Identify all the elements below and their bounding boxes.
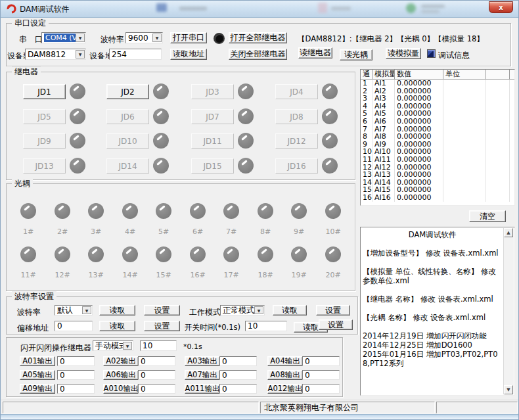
relay-button-jd4[interactable]: JD4 xyxy=(275,84,318,99)
relay-button-jd10[interactable]: JD10 xyxy=(106,133,149,149)
table-cell xyxy=(443,133,486,141)
ao-value-input[interactable]: 0 xyxy=(302,370,340,380)
ao-value-input[interactable]: 0 xyxy=(302,384,340,394)
relay-button-jd1[interactable]: JD1 xyxy=(23,84,66,99)
title-bar[interactable]: DAM调试软件 x xyxy=(1,1,518,18)
ao-value-input[interactable]: 0 xyxy=(138,384,175,394)
ao-button-a02输出[interactable]: A02输出 xyxy=(103,356,139,366)
table-row[interactable]: 1AI10.000000 xyxy=(361,80,514,87)
scroll-down-icon[interactable] xyxy=(504,385,513,394)
dropdown-arrow-icon[interactable] xyxy=(76,50,85,58)
relay-button-jd13[interactable]: JD13 xyxy=(23,158,66,174)
ao-button-a09输出[interactable]: A09输出 xyxy=(20,384,55,394)
relay-button-jd14[interactable]: JD14 xyxy=(106,158,149,174)
table-cell: 0.000000 xyxy=(395,103,443,110)
table-row[interactable]: 12AI120.000000 xyxy=(361,164,514,172)
ao-value-input[interactable]: 0 xyxy=(57,370,95,380)
dropdown-arrow-icon[interactable] xyxy=(123,342,132,350)
device-address-input[interactable]: 254 xyxy=(109,49,162,60)
ao-button-a05输出[interactable]: A05输出 xyxy=(20,370,55,380)
offset-set-button[interactable]: 设置 xyxy=(144,321,180,331)
baud-select[interactable]: 9600 xyxy=(125,32,163,43)
relay-button-jd9[interactable]: JD9 xyxy=(23,133,66,149)
dropdown-arrow-icon[interactable] xyxy=(82,306,91,314)
relay-button-jd12[interactable]: JD12 xyxy=(275,133,318,149)
relay-button-jd2[interactable]: JD2 xyxy=(106,84,149,99)
clear-button[interactable]: 清空 xyxy=(469,210,506,222)
work-mode-set-button[interactable]: 设置 xyxy=(316,305,350,315)
table-row[interactable]: 5AI50.000000 xyxy=(361,110,514,118)
ao-button-a03输出[interactable]: A03输出 xyxy=(185,356,220,366)
scroll-up-icon[interactable] xyxy=(504,228,513,237)
read-opto-button[interactable]: 读光耦 xyxy=(340,49,372,60)
offset-input[interactable]: 0 xyxy=(55,321,93,331)
baudrate-select[interactable]: 默认 xyxy=(55,305,93,315)
baudrate-set-button[interactable]: 设置 xyxy=(144,305,180,315)
table-row[interactable]: 11AI110.000000 xyxy=(361,156,514,164)
table-row[interactable]: 8AI80.000000 xyxy=(361,133,514,141)
table-row[interactable]: 7AI70.000000 xyxy=(361,126,514,133)
ao-button-a011输出[interactable]: A011输出 xyxy=(185,384,220,394)
table-cell: AI16 xyxy=(372,194,395,202)
dropdown-arrow-icon[interactable] xyxy=(152,34,162,42)
table-row[interactable]: 3AI30.000000 xyxy=(361,95,514,103)
relay-button-jd11[interactable]: JD11 xyxy=(191,133,234,149)
port-select[interactable]: COM4 (V) xyxy=(41,32,86,43)
work-mode-select[interactable]: 正常模式 xyxy=(220,305,265,315)
relay-button-jd8[interactable]: JD8 xyxy=(275,109,318,124)
read-relay-button[interactable]: 读继电器 xyxy=(298,47,332,58)
ao-value-input[interactable]: 0 xyxy=(138,356,175,366)
debug-info-icon[interactable] xyxy=(427,49,436,58)
ao-value-input[interactable]: 0 xyxy=(138,370,175,380)
flash-mode-select[interactable]: 手动模式 xyxy=(93,340,133,351)
dropdown-arrow-icon[interactable] xyxy=(76,34,85,42)
ao-button-a04输出[interactable]: A04输出 xyxy=(267,356,303,366)
baudrate-read-button[interactable]: 读取 xyxy=(99,305,135,315)
ao-button-a01输出[interactable]: A01输出 xyxy=(20,356,55,366)
table-row[interactable]: 10AI100.000000 xyxy=(361,148,514,156)
relay-button-jd6[interactable]: JD6 xyxy=(106,109,149,124)
table-row[interactable]: 2AI20.000000 xyxy=(361,87,514,95)
flash-time-input[interactable]: 10 xyxy=(140,340,177,351)
relay-button-jd16[interactable]: JD16 xyxy=(275,158,318,174)
log-scrollbar[interactable] xyxy=(503,228,514,394)
switch-time-label: 开关时间(*0.1s) xyxy=(185,323,240,333)
offset-read-button[interactable]: 读取 xyxy=(99,321,135,331)
table-row[interactable]: 16AI160.000000 xyxy=(361,194,514,202)
relay-button-jd5[interactable]: JD5 xyxy=(23,109,66,124)
relay-button-jd3[interactable]: JD3 xyxy=(191,84,234,99)
ao-value-input[interactable]: 0 xyxy=(219,370,257,380)
close-all-relays-button[interactable]: 关闭全部继电器 xyxy=(229,49,287,60)
work-mode-read-button[interactable]: 读取 xyxy=(273,305,307,315)
ao-button-a06输出[interactable]: A06输出 xyxy=(103,370,139,380)
table-row[interactable]: 4AI40.000000 xyxy=(361,103,514,110)
table-row[interactable]: 6AI60.000000 xyxy=(361,118,514,126)
table-row[interactable]: 13AI130.000000 xyxy=(361,171,514,179)
table-row[interactable]: 15AI150.000000 xyxy=(361,186,514,194)
relay-button-jd7[interactable]: JD7 xyxy=(191,109,234,124)
ao-value-input[interactable]: 0 xyxy=(219,384,257,394)
ao-button-a08输出[interactable]: A08输出 xyxy=(267,370,303,380)
ao-value-input[interactable]: 0 xyxy=(57,356,95,366)
ao-button-a012输出[interactable]: A012输出 xyxy=(267,384,303,394)
read-address-button[interactable]: 读取地址 xyxy=(170,49,207,60)
open-all-relays-button[interactable]: 打开全部继电器 xyxy=(229,32,287,43)
open-serial-button[interactable]: 打开串口 xyxy=(170,32,207,43)
ao-value-input[interactable]: 0 xyxy=(302,356,340,366)
ao-value-input[interactable]: 0 xyxy=(219,356,257,366)
table-cell: 14 xyxy=(361,179,372,187)
model-select[interactable]: DAM8812 xyxy=(25,49,86,60)
table-row[interactable]: 14AI140.000000 xyxy=(361,179,514,187)
switch-time-input[interactable]: 10 xyxy=(245,321,287,331)
relay-button-jd15[interactable]: JD15 xyxy=(191,158,234,174)
ao-button-a07输出[interactable]: A07输出 xyxy=(185,370,220,380)
close-button[interactable]: x xyxy=(489,1,513,13)
switch-time-set-button[interactable]: 设置 xyxy=(319,319,353,330)
table-row[interactable]: 9AI90.000000 xyxy=(361,141,514,149)
opto-indicator-lamp xyxy=(20,203,36,219)
ao-button-a010输出[interactable]: A010输出 xyxy=(103,384,139,394)
ao-value-input[interactable]: 0 xyxy=(57,384,95,394)
relay-indicator-lamp xyxy=(238,83,254,99)
dropdown-arrow-icon[interactable] xyxy=(254,306,263,314)
read-analog-button[interactable]: 读模拟量 xyxy=(386,48,421,59)
